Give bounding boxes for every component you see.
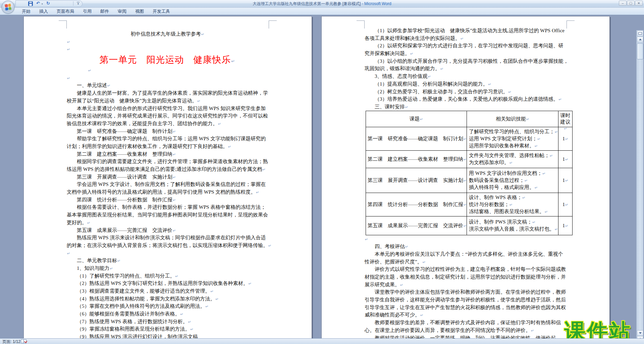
- course-title-cell[interactable]: 第三课 展开调查——设计调查 实施计划↵: [366, 168, 467, 193]
- text-line[interactable]: 巩固知识，锻炼和谐沟通的能力。↵: [365, 65, 566, 72]
- scroll-down-icon[interactable]: [637, 330, 643, 336]
- text-line[interactable]: ↵: [67, 38, 268, 46]
- text-line[interactable]: （2）以研究和探索学习的方式进行自主学习，在学习过程中发现问题、思考问题、研: [365, 42, 566, 50]
- save-icon[interactable]: [28, 1, 33, 6]
- text-line[interactable]: ↵: [67, 249, 268, 257]
- text-line[interactable]: 展示研究成果。↵: [365, 281, 566, 289]
- text-line[interactable]: 学会运用 WPS 文字设计、制作应用文档；了解利用数码设备采集信息的过程；掌握在: [67, 181, 268, 188]
- text-line[interactable]: ↵: [67, 66, 268, 74]
- hours-cell[interactable]: 1↵: [558, 216, 573, 235]
- text-line[interactable]: （1）提高观察问题、分析问题和解决问题的能力。↵: [365, 80, 566, 88]
- ruler-toggle-icon[interactable]: [637, 31, 643, 36]
- ribbon-tab-8[interactable]: 开发工具: [148, 8, 174, 15]
- text-line[interactable]: （1）以师生参加学校“阳光运动 健康快乐”生题活动为主线,运用所学过的 WPS …: [365, 27, 566, 35]
- text-line[interactable]: 引导学生自我评价，这样能充分调动学生参与评价的积极性，使学生的思维趋于活跃，然后: [365, 296, 566, 304]
- text-line[interactable]: （3）根据调查需要建立文件夹，能够进行适当的文件管理。↵: [67, 287, 268, 295]
- text-line[interactable]: 验信息技术课程学习的效果，还能提升自主学习、团结协作的能力。↵: [67, 120, 268, 128]
- text-line[interactable]: 课堂教学中的评价主体应包括学生评价和教师评价两方面。在学生评价的过程中，教师: [365, 288, 566, 296]
- text-line[interactable]: ↵: [365, 235, 566, 243]
- text-line[interactable]: 威和准确性而必不可少。↵: [365, 311, 566, 319]
- text-line[interactable]: （2）熟练运用 WPS 文字制订研究计划，并熟练运用所学知识收集各种素材。↵: [67, 280, 268, 287]
- proofing-status-icon[interactable]: [21, 339, 26, 343]
- text-line[interactable]: 练运用 WPS 的选择性粘贴功能来满足自己的需要;通过添加水印的方法做自己的专属…: [67, 165, 268, 173]
- text-line[interactable]: 一、单元综述↵: [67, 82, 268, 89]
- ribbon-tab-4[interactable]: 引用: [78, 8, 96, 15]
- office-button[interactable]: [2, 1, 14, 13]
- skills-cell[interactable]: 设计、制作 WPS 表格；↵统计与分析数据；↵冻结窗格、用图表呈现分析结果。↵: [467, 193, 558, 216]
- skills-cell[interactable]: 设计、制作 PWS 演示文稿；↵演示文稿中插入音频，演示文稿打包。↵: [467, 216, 558, 235]
- ribbon-tab-5[interactable]: 邮件: [96, 8, 113, 15]
- scrollbar-thumb[interactable]: [637, 43, 643, 59]
- course-title-cell[interactable]: 第四课 统计分析——分析数据 制作汇报↵: [366, 193, 467, 216]
- text-line[interactable]: （9）掌握冻结窗格和用图表呈现分析结果的方法。↵: [67, 325, 268, 333]
- text-line[interactable]: ↵: [67, 45, 268, 53]
- vertical-scrollbar[interactable]: [636, 30, 643, 344]
- text-line[interactable]: 文档中插入特殊符号的方法及格式刷的用法，提高同学们使用 WPS 文档的熟练程度。…: [67, 188, 268, 196]
- hours-cell[interactable]: 1↵: [558, 150, 573, 168]
- course-title-cell[interactable]: 第一课 研究准备——确定课题 制订计划↵: [366, 127, 467, 150]
- text-line[interactable]: （3）培养热爱运动，热爱健康，关心集体，关爱他人的积极乐观向上的道德情感。↵: [365, 95, 566, 103]
- text-line[interactable]: 第一课 研究准备——确定课题 制作计划↵: [67, 128, 268, 135]
- text-line[interactable]: 阳光体育运动的情况，并将研究成果进行展示。同学们在这次研究性的学习中，不但可以检: [67, 112, 268, 120]
- course-schedule-table[interactable]: 课题↵ 相关知识技能↵ 课时 建议↵ 第一课 研究准备——确定课题 制订计划↵了…: [366, 111, 573, 235]
- page-number-indicator[interactable]: 页面: 1/12: [2, 339, 20, 344]
- course-title-cell[interactable]: 第五课 成果展示——完善汇报 交流评价↵: [366, 216, 467, 235]
- text-line[interactable]: 第五课 成果展示——完善汇报 交流评价↵: [67, 227, 268, 234]
- ribbon-tab-6[interactable]: 审阅: [113, 8, 131, 15]
- text-line[interactable]: （1）了解研究性学习的特点、组织与分工。↵: [67, 272, 268, 280]
- text-line[interactable]: 第二课 建立档案——收集素材 整理归纳↵: [67, 150, 268, 158]
- maximize-button[interactable]: ▢: [627, 1, 635, 6]
- text-line[interactable]: 教师要根据学生的差异，不断调整评价方式及评价内容，保证他们学习时有热情和信: [365, 319, 566, 327]
- text-line[interactable]: 本单元主要通过小组合作的形式进行研究性学习。我们运用 WPS 知识来研究学生参加: [67, 105, 268, 112]
- ribbon-tab-1[interactable]: 开始: [17, 8, 35, 15]
- text-line[interactable]: 究并探索解决问题。↵: [365, 50, 566, 57]
- text-line[interactable]: （7）熟练使用 WPS 表格，进行数据统计与分析。↵: [67, 318, 268, 326]
- text-line[interactable]: 1、知识与能力↵: [67, 264, 268, 272]
- text-line[interactable]: 初中信息技术九年级上教学参考↵: [67, 30, 268, 38]
- text-line[interactable]: 第一单元 阳光运动 健康快乐↵: [67, 53, 268, 66]
- text-line[interactable]: 本单元的考核评价应关注以下几个要点：“评价方式多样化、评价主体多元化、重视个: [365, 250, 566, 258]
- text-line[interactable]: 引导学生互评，让学生在互评中产生智慧的火花和积极的情感，当然教师的评价也因为其权: [365, 304, 566, 311]
- text-line[interactable]: 四、考核评估↵: [365, 243, 566, 250]
- text-line[interactable]: （6）能够根据任务需要熟练设计并制作表格。↵: [67, 310, 268, 318]
- text-line[interactable]: 材指定的主题，收集相关信息，制定研究计划，运用所学过的知识进行数据处理与分析，并: [365, 273, 566, 281]
- document-page-1[interactable]: 初中信息技术九年级上教学参考↵↵↵第一单元 阳光运动 健康快乐↵↵↵一、单元综述…: [23, 16, 312, 338]
- text-line[interactable]: 健康是人生的第一财富。为了提高学生的身体素质，落实国家的阳光体育运动精神，学: [67, 89, 268, 97]
- undo-icon[interactable]: ↶: [36, 1, 40, 6]
- skills-cell[interactable]: 用 WPS 文字设计制作应用文档；↵数码设备采集信息过程；↵插入特殊符号，格式刷…: [467, 168, 558, 193]
- text-line[interactable]: 更好的。↵: [67, 219, 268, 227]
- text-line[interactable]: ↵: [67, 74, 268, 82]
- skills-cell[interactable]: 文件夹与文件夹管理、选择性粘帖；↵为文档添加水印。↵: [467, 150, 558, 168]
- text-line[interactable]: 第三课 开展调查——设计调查 实施计划↵: [67, 173, 268, 181]
- ribbon-tab-7[interactable]: 视图: [131, 8, 148, 15]
- text-line[interactable]: 熟练应用 WPS 演示来设计和制作演示文稿；同学们根据作品要求在幻灯片中插入合适: [67, 234, 268, 242]
- text-line[interactable]: 根据同学们的调查需要建立文件夹，进行文件管理；掌握多种渠道收集素材的方法；熟: [67, 158, 268, 165]
- course-title-cell[interactable]: 第二课 建立档案——收集素材 整理归纳↵: [366, 150, 467, 168]
- text-line[interactable]: 帮助学生了解研究性学习的特点、组织与分工等；运用 WPS 文字功能制订课题研究的: [67, 135, 268, 143]
- text-line[interactable]: 二、单元教学目标↵: [67, 257, 268, 264]
- text-line[interactable]: 3、情感、态度与价值观↵: [365, 72, 566, 80]
- ribbon-tab-3[interactable]: 页面布局: [52, 8, 78, 15]
- text-line[interactable]: 计划；利用所学的知识进行素材收集工作，为课题研究打下良好的基础。↵: [67, 143, 268, 150]
- text-line[interactable]: 三、课时安排↵: [365, 103, 566, 111]
- text-line[interactable]: （2）树立热爱学习、积极主动参与，交流合作的学习意识。↵: [365, 88, 566, 96]
- text-line[interactable]: 根据任务需要设计、制作表格，并进行数据分析；掌握 WPS 表格中窗格的冻结方法；: [67, 203, 268, 211]
- text-line[interactable]: 教师对学生活动的评价，一定要简练、明确、到位。注重评价的实效性，使评价起: [365, 334, 566, 339]
- text-line[interactable]: 评价方式以研究性学习的过程性评价为主，建立电子档案袋，针对每一个实际问题或教: [365, 265, 566, 273]
- text-line[interactable]: 各项工具来处理和解决生活中的实际问题。↵: [365, 35, 566, 42]
- text-line[interactable]: （4）熟练运用选择性粘帖功能，掌握为文档添加水印的方法。↵: [67, 295, 268, 303]
- skills-cell[interactable]: 了解研究性学习的特点、组织与分工；↵运用 WPS 文字制定研究计划；↵运用所学知…: [467, 127, 558, 150]
- scroll-up-icon[interactable]: [637, 37, 643, 42]
- text-line[interactable]: 性评价、把握评价尺度”。↵: [365, 258, 566, 266]
- text-line[interactable]: 基本掌握用图表呈现分析结果。当同学们能用多种图表同时呈现分析结果时，呈现的效果会: [67, 211, 268, 219]
- text-line[interactable]: （9）熟练应用 WPS 演示进行幻灯设计，制作演示文稿: [67, 333, 268, 338]
- text-line[interactable]: 心。在课堂上的评价要因人而异，要根据学生的不同情况给予不同的评价。↵: [365, 327, 566, 334]
- customize-qat-icon[interactable]: ▾: [76, 1, 80, 6]
- hours-cell[interactable]: 1↵: [558, 193, 573, 216]
- document-page-2[interactable]: （1）以师生参加学校“阳光运动 健康快乐”生题活动为主线,运用所学过的 WPS …: [321, 16, 610, 338]
- hours-cell[interactable]: 1↵: [558, 168, 573, 193]
- ribbon-tab-2[interactable]: 插入: [35, 8, 52, 15]
- minimize-button[interactable]: –: [619, 1, 627, 6]
- redo-icon[interactable]: ↻: [46, 1, 50, 6]
- close-button[interactable]: ✕: [635, 1, 643, 6]
